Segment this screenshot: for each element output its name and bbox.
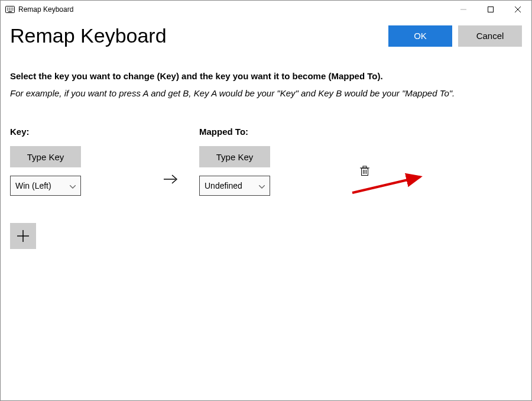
svg-rect-17 — [363, 166, 366, 168]
type-key-button-target[interactable]: Type Key — [199, 146, 270, 167]
keyboard-icon — [5, 6, 15, 13]
page-title: Remap Keyboard — [10, 24, 382, 47]
chevron-down-icon — [70, 181, 76, 190]
add-mapping-button[interactable] — [10, 223, 36, 249]
key-column: Key: Type Key Win (Left) — [10, 127, 140, 196]
svg-rect-5 — [7, 9, 8, 11]
svg-rect-3 — [11, 8, 12, 9]
key-select-value: Win (Left) — [15, 181, 51, 190]
key-select-target[interactable]: Undefined — [199, 176, 270, 196]
svg-rect-11 — [488, 7, 494, 12]
svg-rect-9 — [8, 11, 12, 12]
svg-rect-1 — [7, 8, 8, 9]
window-controls — [450, 1, 531, 18]
mapped-select-value: Undefined — [205, 181, 242, 190]
close-button[interactable] — [504, 1, 531, 18]
chevron-down-icon — [259, 181, 265, 190]
header: Remap Keyboard OK Cancel — [10, 24, 522, 47]
svg-rect-8 — [12, 9, 14, 11]
instruction-example: For example, if you want to press A and … — [10, 88, 522, 98]
cancel-button[interactable]: Cancel — [458, 25, 522, 47]
type-key-button-source[interactable]: Type Key — [10, 146, 81, 167]
svg-rect-7 — [11, 9, 12, 11]
key-label: Key: — [10, 127, 140, 137]
svg-rect-4 — [12, 8, 14, 9]
titlebar: Remap Keyboard — [1, 1, 531, 18]
ok-button[interactable]: OK — [388, 25, 452, 47]
arrow-icon — [140, 127, 199, 196]
key-select-source[interactable]: Win (Left) — [10, 176, 81, 196]
window-title: Remap Keyboard — [18, 5, 73, 14]
delete-mapping-button[interactable] — [360, 166, 369, 196]
mapped-column: Mapped To: Type Key Undefined — [199, 127, 277, 196]
minimize-button[interactable] — [450, 1, 477, 18]
svg-rect-6 — [9, 9, 10, 11]
maximize-button[interactable] — [477, 1, 504, 18]
mapping-row: Key: Type Key Win (Left) Mapped To: Type… — [10, 127, 522, 196]
trash-icon — [360, 166, 369, 176]
instruction-primary: Select the key you want to change (Key) … — [10, 71, 522, 81]
plus-icon — [17, 230, 29, 242]
svg-rect-2 — [9, 8, 10, 9]
mapped-label: Mapped To: — [199, 127, 277, 137]
